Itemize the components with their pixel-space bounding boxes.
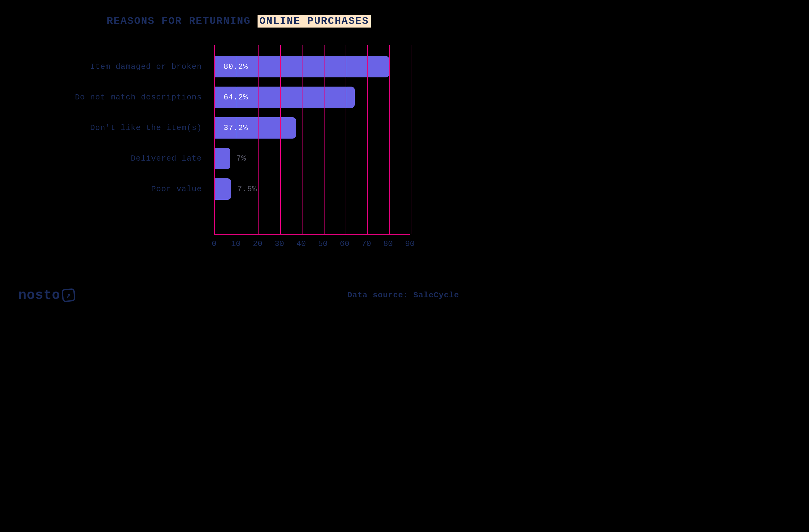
gridline bbox=[258, 45, 259, 234]
x-tick-label: 30 bbox=[275, 239, 284, 248]
bar bbox=[215, 148, 230, 169]
x-tick-label: 0 bbox=[212, 239, 217, 248]
x-tick-label: 90 bbox=[405, 239, 414, 248]
x-tick-label: 50 bbox=[318, 239, 328, 248]
gridline bbox=[389, 45, 390, 234]
y-label: Don't like the item(s) bbox=[18, 113, 214, 143]
bar-row: 37.2% bbox=[215, 113, 410, 143]
x-tick-label: 70 bbox=[362, 239, 371, 248]
bar-row: 80.2% bbox=[215, 51, 410, 82]
y-axis-labels: Item damaged or broken Do not match desc… bbox=[18, 45, 214, 252]
plot-column: 80.2%64.2%37.2%7%7.5% 010203040506070809… bbox=[214, 45, 459, 252]
y-label: Delivered late bbox=[18, 143, 214, 174]
chart-title-highlight: ONLINE PURCHASES bbox=[258, 15, 371, 28]
gridline bbox=[346, 45, 346, 234]
bars-container: 80.2%64.2%37.2%7%7.5% bbox=[215, 51, 410, 204]
x-tick-label: 10 bbox=[231, 239, 241, 248]
x-tick-label: 80 bbox=[383, 239, 393, 248]
bar: 37.2% bbox=[215, 117, 296, 139]
gridline bbox=[411, 45, 411, 234]
x-axis-ticks: 0102030405060708090 bbox=[214, 239, 410, 252]
x-tick-label: 40 bbox=[296, 239, 306, 248]
gridline bbox=[280, 45, 281, 234]
bar-row: 7% bbox=[215, 143, 410, 174]
logo-arrow-icon: ↗ bbox=[62, 288, 75, 302]
bar-row: 64.2% bbox=[215, 82, 410, 113]
x-tick-label: 60 bbox=[340, 239, 349, 248]
chart-title-row: REASONS FOR RETURNING ONLINE PURCHASES bbox=[18, 15, 459, 27]
bar-value-label: 7% bbox=[230, 154, 246, 163]
bar-value-label: 7.5% bbox=[231, 185, 257, 194]
data-source-text: Data source: SaleCycle bbox=[347, 291, 459, 300]
gridline bbox=[237, 45, 237, 234]
gridline bbox=[324, 45, 325, 234]
chart-title-plain: REASONS FOR RETURNING bbox=[107, 15, 258, 27]
plot-area: 80.2%64.2%37.2%7%7.5% bbox=[214, 45, 410, 235]
logo-text: nosto bbox=[18, 288, 60, 303]
y-label: Do not match descriptions bbox=[18, 82, 214, 113]
x-tick-label: 20 bbox=[253, 239, 262, 248]
gridline bbox=[367, 45, 368, 234]
bar bbox=[215, 178, 231, 200]
bar-row: 7.5% bbox=[215, 174, 410, 204]
bar: 64.2% bbox=[215, 87, 355, 108]
nosto-logo: nosto ↗ bbox=[18, 288, 75, 303]
y-label: Poor value bbox=[18, 174, 214, 204]
gridline bbox=[302, 45, 303, 234]
chart-body: Item damaged or broken Do not match desc… bbox=[18, 45, 459, 252]
chart-footer: nosto ↗ Data source: SaleCycle bbox=[18, 288, 459, 303]
chart-canvas: REASONS FOR RETURNING ONLINE PURCHASES I… bbox=[0, 0, 478, 314]
y-label: Item damaged or broken bbox=[18, 51, 214, 82]
